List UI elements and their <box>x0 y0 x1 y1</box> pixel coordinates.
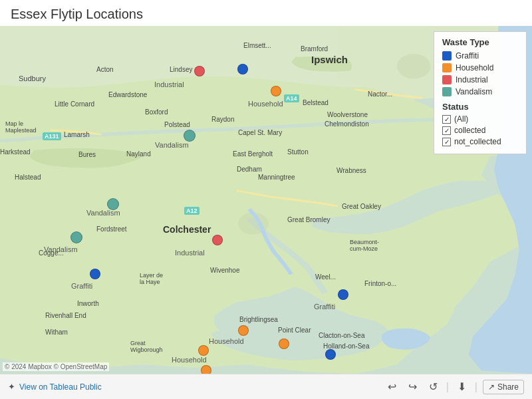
download-button[interactable]: ⬇ <box>454 379 469 394</box>
marker-vandalism-center[interactable] <box>184 130 196 142</box>
legend-label-graffiti: Graffiti <box>456 51 479 61</box>
legend-dot-graffiti <box>442 51 452 61</box>
legend-status-collected[interactable]: ✓ collected <box>442 126 518 135</box>
marker-household-top[interactable] <box>271 86 281 96</box>
marker-graffiti-lindsey[interactable] <box>237 64 248 74</box>
footer-left: ✦ View on Tableau Public <box>8 382 378 392</box>
checkbox-all[interactable]: ✓ <box>442 115 451 124</box>
copyright-text: © 2024 Mapbox © OpenStreetMap <box>3 362 109 371</box>
legend-status-collected-label: collected <box>454 126 485 135</box>
share-button[interactable]: ↗ Share <box>483 380 524 394</box>
app: Essex Flytip Locations <box>0 0 532 399</box>
marker-household-lower1[interactable] <box>238 325 249 336</box>
tableau-icon: ✦ <box>8 382 15 392</box>
share-icon: ↗ <box>488 382 495 392</box>
legend-item-industrial: Industrial <box>442 75 518 84</box>
footer-bar: ✦ View on Tableau Public ↩ ↪ ↺ | ⬇ | ↗ S… <box>0 374 532 399</box>
legend-status-all-label: (All) <box>454 114 468 124</box>
marker-vandalism-left[interactable] <box>70 231 82 243</box>
marker-household-lower2[interactable] <box>198 345 209 356</box>
divider1: | <box>446 381 449 393</box>
legend-item-household: Household <box>442 63 518 72</box>
legend-label-household: Household <box>456 63 493 72</box>
legend-dot-industrial <box>442 75 452 84</box>
legend-item-graffiti: Graffiti <box>442 51 518 61</box>
marker-graffiti-clacton[interactable] <box>325 349 336 360</box>
share-label: Share <box>497 382 519 392</box>
legend-status-not-collected-label: not_collected <box>454 137 501 146</box>
legend-waste-items: Graffiti Household Industrial Vandalism <box>442 51 518 96</box>
divider2: | <box>475 381 477 393</box>
legend-status-title: Status <box>442 102 518 112</box>
undo-button[interactable]: ↩ <box>384 379 400 394</box>
marker-industrial-top[interactable] <box>194 66 205 76</box>
legend-panel: Waste Type Graffiti Household Industrial <box>434 31 527 154</box>
revert-button[interactable]: ↺ <box>426 379 441 394</box>
marker-graffiti-right[interactable] <box>338 289 348 300</box>
legend-status-all[interactable]: ✓ (All) <box>442 114 518 124</box>
marker-vandalism-ul[interactable] <box>107 198 119 210</box>
view-on-tableau-link[interactable]: View on Tableau Public <box>19 382 102 392</box>
marker-graffiti-left[interactable] <box>90 269 100 279</box>
page-title: Essex Flytip Locations <box>0 0 532 26</box>
main-content: Ipswich Colchester Sudbury Industrial Va… <box>0 26 532 374</box>
legend-dot-household <box>442 63 452 72</box>
checkbox-not-collected[interactable]: ✓ <box>442 138 451 146</box>
footer-right: ↩ ↪ ↺ | ⬇ | ↗ Share <box>384 379 524 394</box>
checkbox-collected[interactable]: ✓ <box>442 126 451 135</box>
legend-waste-title: Waste Type <box>442 37 518 47</box>
legend-dot-vandalism <box>442 87 452 96</box>
legend-label-vandalism: Vandalism <box>456 87 492 96</box>
redo-button[interactable]: ↪ <box>405 379 420 394</box>
marker-industrial-colchester[interactable] <box>212 235 223 245</box>
marker-household-lower3[interactable] <box>201 365 211 374</box>
legend-label-industrial: Industrial <box>456 75 488 84</box>
legend-item-vandalism: Vandalism <box>442 87 518 96</box>
marker-household-midright[interactable] <box>279 338 289 349</box>
legend-status-not-collected[interactable]: ✓ not_collected <box>442 137 518 146</box>
svg-point-4 <box>397 54 431 78</box>
map-area: Ipswich Colchester Sudbury Industrial Va… <box>0 26 532 374</box>
